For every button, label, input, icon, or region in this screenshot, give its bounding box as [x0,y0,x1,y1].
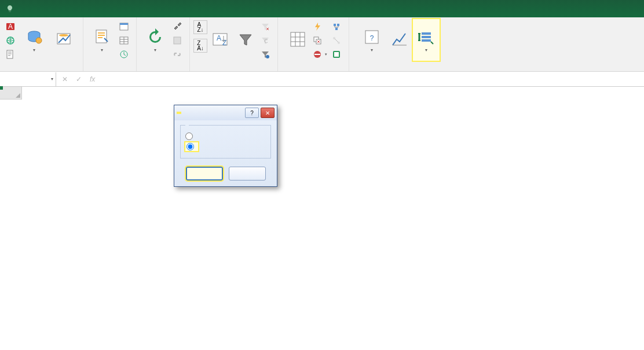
dialog-fieldset [180,125,271,159]
new-query-button[interactable]: ▾ [87,19,117,61]
group-label [357,68,440,71]
conn-icon [173,22,182,31]
close-button[interactable]: ✕ [261,108,275,118]
ribbon: A ▾ ▾ ▾ AZ↓ ZA↓ AZ [0,17,644,72]
text-to-columns-button[interactable] [285,19,310,61]
access-icon: A [6,22,15,31]
formula-bar: ▾ ✕ ✓ fx [0,72,644,87]
svg-text:Z: Z [222,39,226,47]
ok-button[interactable] [186,167,223,180]
group-forecast: ?▾ ▾ [354,17,443,71]
group-get-transform: ▾ [83,17,137,71]
clear-icon [261,22,270,31]
radio-columns-input[interactable] [186,143,194,150]
help-button[interactable]: ? [245,108,259,118]
refresh-all-button[interactable]: ▾ [140,19,170,61]
svg-text:?: ? [370,34,374,42]
group-label [87,68,133,71]
editlink-icon [173,50,182,59]
sortza-icon: ZA↓ [197,40,204,51]
consolidate-button[interactable] [330,20,345,33]
reapply-button [258,34,274,47]
group-external-data: A ▾ [0,17,83,71]
from-other-sources-button[interactable]: ▾ [19,19,49,61]
show-queries-button[interactable] [117,20,133,33]
chevron-down-icon: ▾ [371,47,373,53]
sort-button[interactable]: AZ [207,19,233,61]
remove-duplicates-button[interactable] [310,34,330,47]
radio-rows-input[interactable] [185,132,193,140]
forecast-sheet-button[interactable] [386,19,413,61]
filter-button[interactable] [233,19,258,61]
svg-rect-22 [314,54,320,55]
name-box[interactable]: ▾ [0,72,56,86]
web-icon [6,36,15,45]
group-label [193,68,274,71]
adv-icon [261,50,270,59]
chevron-down-icon: ▾ [51,76,53,82]
from-web-button[interactable] [3,34,19,47]
group-data-tools: ▾ [281,17,349,71]
svg-rect-8 [96,30,107,43]
consol-icon [332,22,341,31]
existconn-icon [55,30,74,49]
existing-connections-button[interactable] [49,19,79,61]
svg-rect-3 [7,50,13,58]
advanced-filter-button[interactable] [258,48,274,61]
flash-icon [313,22,322,31]
refresh-icon [146,28,164,46]
forecast-icon [390,30,409,49]
recentsrc-icon [119,50,129,59]
spreadsheet-grid[interactable] [0,87,644,350]
datavalid-icon [313,50,322,59]
from-table-button[interactable] [117,34,133,47]
sortaz-icon: AZ↓ [197,22,203,32]
tell-me-search[interactable] [6,5,16,13]
radio-rows[interactable] [185,132,266,140]
svg-point-17 [266,55,269,58]
connections-button[interactable] [170,20,186,33]
sort-descending-button[interactable]: ZA↓ [193,39,207,53]
svg-rect-13 [174,37,181,44]
svg-text:A: A [217,34,221,42]
flash-fill-button[interactable] [310,20,330,33]
bulb-icon [6,5,14,13]
prop-icon [173,36,182,45]
chevron-down-icon: ▾ [425,47,427,53]
select-all-corner[interactable] [0,87,22,100]
svg-rect-26 [334,52,339,57]
from-access-button[interactable]: A [3,20,19,33]
othersource-icon [25,28,43,46]
svg-rect-10 [120,23,128,25]
reapply-icon [261,36,270,45]
sort-ascending-button[interactable]: AZ↓ [193,20,207,34]
group-sort-filter: AZ↓ ZA↓ AZ [190,17,278,71]
dedup-icon [313,36,322,45]
chevron-down-icon: ▾ [325,52,327,57]
clear-filter-button [258,20,274,33]
text-icon [6,50,15,59]
svg-text:A: A [8,23,13,31]
fx-icon[interactable]: fx [90,75,95,83]
properties-button [170,34,186,47]
dialog-titlebar[interactable]: ? ✕ [174,105,277,120]
create-group-dialog: ? ✕ [174,105,277,187]
rel-icon [332,36,341,45]
what-if-button[interactable]: ?▾ [357,19,386,61]
group-label [3,68,79,71]
data-validation-button[interactable]: ▾ [310,48,330,61]
showquery-icon [119,22,129,31]
cancel-icon: ✕ [62,75,68,83]
from-text-button[interactable] [3,48,19,61]
group-label [285,68,345,71]
group-label [140,68,186,71]
chevron-down-icon: ▾ [33,47,35,53]
recent-sources-button[interactable] [117,48,133,61]
group-button[interactable]: ▾ [413,19,440,61]
radio-columns[interactable] [185,142,198,151]
model-icon [332,50,341,59]
data-model-button[interactable] [330,48,345,61]
group-icon [417,28,436,46]
cancel-button[interactable] [229,167,266,180]
filter-icon [236,30,255,49]
